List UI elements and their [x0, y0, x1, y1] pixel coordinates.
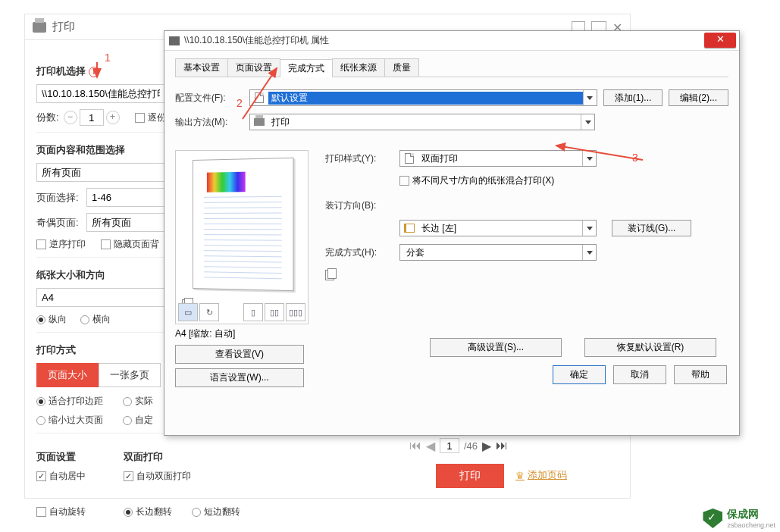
watermark-name: 保成网 — [727, 508, 759, 520]
tab-finishing[interactable]: 完成方式 — [280, 59, 333, 77]
pager-last-icon[interactable]: ⏭ — [496, 439, 508, 452]
collate-checkbox[interactable]: 逐份 — [135, 111, 166, 124]
finish-combo[interactable]: 分套 — [399, 244, 597, 261]
help-button[interactable]: 帮助 — [674, 365, 727, 384]
tab-paper-source[interactable]: 纸张来源 — [332, 58, 385, 77]
pager-prev-icon[interactable]: ◀ — [426, 439, 435, 453]
preview-tool-3up[interactable]: ▯▯▯ — [286, 303, 305, 321]
auto-rotate-checkbox[interactable]: 自动旋转 — [36, 505, 86, 518]
printer-small-icon — [169, 36, 180, 45]
output-printer-icon — [252, 114, 267, 130]
restore-defaults-button[interactable]: 恢复默认设置(R) — [584, 338, 716, 357]
combo-arrow-icon[interactable] — [583, 90, 597, 105]
printer-icon — [33, 22, 46, 33]
page-settings-title: 页面设置 — [36, 450, 86, 464]
preview-tool-refresh[interactable]: ↻ — [199, 303, 219, 321]
tab-quality[interactable]: 质量 — [384, 58, 419, 77]
properties-titlebar: \\10.10.18.150\佳能总控打印机 属性 — [164, 31, 739, 51]
cancel-button[interactable]: 取消 — [613, 365, 666, 384]
printer-select[interactable] — [36, 84, 165, 103]
add-profile-button[interactable]: 添加(1)... — [603, 89, 663, 106]
custom-radio[interactable]: 自定 — [123, 414, 153, 427]
print-style-label: 打印样式(Y): — [325, 152, 399, 165]
printer-select-label: 打印机选择 — [36, 65, 86, 77]
properties-tabs: 基本设置 页面设置 完成方式 纸张来源 质量 — [175, 58, 728, 77]
combo-arrow-icon[interactable] — [582, 245, 596, 260]
odd-even-select[interactable] — [86, 213, 165, 232]
pager-next-icon[interactable]: ▶ — [482, 439, 491, 453]
binding-line-button[interactable]: 装订线(G)... — [612, 220, 691, 236]
copies-increment[interactable]: + — [106, 111, 120, 124]
annotation-1: 1 — [105, 52, 111, 64]
print-dialog-title: 打印 — [52, 20, 75, 34]
orientation-portrait[interactable]: 纵向 — [36, 313, 67, 326]
output-combo[interactable]: 打印 — [249, 114, 595, 130]
crown-icon: ♛ — [515, 470, 525, 481]
preview-tool-2up[interactable]: ▯▯ — [265, 303, 284, 321]
combo-arrow-icon[interactable] — [581, 114, 594, 130]
binding-dir-combo[interactable]: 长边 [左] — [399, 220, 597, 236]
thumbnail-colorbar — [207, 172, 246, 192]
annotation-2: 2 — [237, 97, 243, 109]
copies-input[interactable] — [80, 109, 104, 126]
auto-center-checkbox[interactable]: 自动居中 — [36, 470, 86, 483]
page-thumbnail — [193, 158, 294, 291]
info-icon[interactable]: i — [89, 67, 99, 77]
ok-button[interactable]: 确定 — [553, 365, 606, 384]
page-pager: ⏮ ◀ /46 ▶ ⏭ — [409, 438, 508, 453]
book-icon — [402, 221, 417, 236]
tab-page-setup[interactable]: 页面设置 — [227, 58, 280, 77]
output-value: 打印 — [268, 116, 581, 129]
paper-size-select[interactable] — [36, 288, 165, 307]
watermark-shield-icon — [703, 509, 722, 528]
copies-decrement[interactable]: − — [64, 111, 77, 124]
short-edge-radio[interactable]: 短边翻转 — [192, 505, 240, 518]
mix-sizes-checkbox[interactable]: 将不同尺寸/方向的纸张混合打印(X) — [399, 174, 554, 187]
reverse-print-checkbox[interactable]: 逆序打印 — [36, 238, 86, 251]
finish-label: 完成方式(H): — [325, 246, 399, 259]
properties-title: \\10.10.18.150\佳能总控打印机 属性 — [184, 34, 329, 47]
long-edge-radio[interactable]: 长边翻转 — [124, 505, 172, 518]
output-label: 输出方法(M): — [175, 116, 249, 129]
combo-arrow-icon[interactable] — [582, 221, 596, 236]
preview-toolbar: ▭ ↻ ▯ ▯▯ ▯▯▯ — [178, 303, 305, 321]
preview-tool-1up[interactable]: ▯ — [243, 303, 263, 321]
auto-duplex-checkbox[interactable]: 自动双面打印 — [124, 470, 240, 483]
combo-arrow-icon[interactable] — [582, 151, 596, 166]
view-settings-button[interactable]: 查看设置(V) — [175, 345, 304, 364]
toggle-page-size[interactable]: 页面大小 — [36, 363, 99, 387]
watermark: 保成网 zsbaocheng.net — [703, 508, 775, 529]
pager-current-input[interactable] — [440, 438, 459, 453]
edit-profile-button[interactable]: 编辑(2)... — [669, 89, 728, 106]
profile-value: 默认设置 — [268, 92, 583, 105]
page-range-input[interactable] — [86, 188, 165, 207]
profile-doc-icon — [252, 90, 267, 105]
finish-value: 分套 — [400, 246, 582, 259]
pager-total: /46 — [464, 440, 478, 452]
print-style-combo[interactable]: 双面打印 — [399, 150, 597, 167]
page-select-label: 页面选择: — [36, 191, 82, 205]
preview-tool-doc[interactable]: ▭ — [178, 303, 198, 321]
all-pages-select[interactable] — [36, 163, 165, 182]
pager-first-icon[interactable]: ⏮ — [409, 439, 421, 452]
printer-properties-dialog: \\10.10.18.150\佳能总控打印机 属性 ✕ 基本设置 页面设置 完成… — [164, 30, 740, 436]
tab-basic[interactable]: 基本设置 — [175, 58, 228, 77]
advanced-settings-button[interactable]: 高级设置(S)... — [430, 338, 562, 357]
language-settings-button[interactable]: 语言设置(W)... — [175, 368, 304, 387]
annotation-3: 3 — [632, 152, 638, 164]
orientation-landscape[interactable]: 横向 — [80, 313, 111, 326]
toggle-multi-page[interactable]: 一张多页 — [99, 363, 161, 387]
profile-combo[interactable]: 默认设置 — [249, 89, 597, 106]
actual-size-radio[interactable]: 实际 — [123, 395, 153, 408]
dialog-close-button[interactable]: ✕ — [704, 33, 736, 48]
shrink-radio[interactable]: 缩小过大页面 — [36, 414, 103, 427]
hide-bg-checkbox[interactable]: 隐藏页面背 — [101, 238, 159, 251]
duplex-icon — [402, 151, 417, 166]
print-button[interactable]: 打印 — [436, 464, 504, 488]
fit-margin-radio[interactable]: 适合打印边距 — [36, 395, 103, 408]
binding-dir-value: 长边 [左] — [418, 222, 582, 235]
add-page-link[interactable]: ♛添加页码 — [515, 468, 567, 482]
duplex-title: 双面打印 — [124, 450, 240, 464]
binding-dir-label: 装订方向(B): — [325, 199, 399, 212]
odd-even-label: 奇偶页面: — [36, 216, 82, 230]
